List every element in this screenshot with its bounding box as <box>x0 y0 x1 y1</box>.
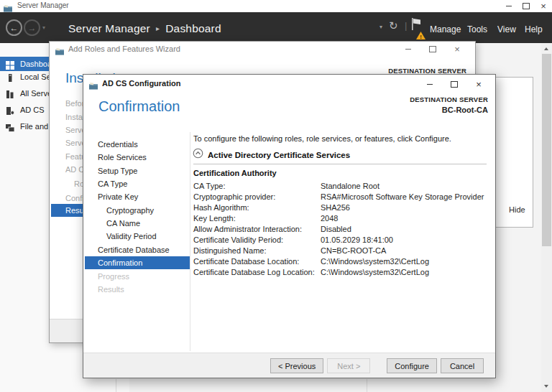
detail-value: Disabled <box>321 224 492 235</box>
intro-text: To configure the following roles, role s… <box>193 134 451 143</box>
maximize-icon[interactable] <box>442 78 466 90</box>
minimize-icon[interactable] <box>500 0 518 12</box>
vertical-scrollbar[interactable] <box>541 43 552 392</box>
scrollbar-thumb[interactable] <box>542 54 551 246</box>
hide-link[interactable]: Hide <box>509 205 525 214</box>
destination-server-label: DESTINATION SERVER <box>410 95 488 103</box>
adcs-dialog-titlebar: AD CS Configuration <box>83 75 495 92</box>
adcs-dialog-icon <box>89 80 98 93</box>
nav-setup-type[interactable]: Setup Type <box>98 164 137 177</box>
breadcrumb: Server Manager▸Dashboard <box>68 22 221 35</box>
destination-server-name: BC-Root-CA <box>410 106 488 114</box>
adcs-dialog-title: AD CS Configuration <box>102 79 180 88</box>
scroll-up-icon[interactable] <box>544 47 548 50</box>
navbar-divider <box>405 20 407 31</box>
sidebar-item-label: AD CS <box>20 106 45 114</box>
window-titlebar: Server Manager <box>0 0 552 12</box>
nav-role-services[interactable]: Role Services <box>98 151 147 164</box>
breadcrumb-current[interactable]: Dashboard <box>165 22 221 34</box>
wizard-icon <box>55 45 64 58</box>
section-divider <box>193 164 487 164</box>
minimize-icon[interactable] <box>396 44 420 55</box>
nav-credentials[interactable]: Credentials <box>98 138 138 151</box>
detail-value: 01.05.2029 18:41:00 <box>321 235 492 246</box>
adcs-config-dialog: AD CS Configuration Confirmation DESTINA… <box>83 74 496 378</box>
detail-value: Standalone Root <box>321 181 492 192</box>
group-title: Certification Authority <box>193 169 277 177</box>
server-manager-window: Server Manager Server Manager▸Dashboard … <box>0 0 552 392</box>
confirmation-details-table: CA Type: Standalone Root Cryptographic p… <box>193 181 492 278</box>
detail-label: Cryptographic provider: <box>193 192 321 202</box>
restore-icon[interactable] <box>518 0 535 12</box>
folders-icon <box>6 122 14 131</box>
refresh-caret-icon[interactable] <box>380 24 382 30</box>
detail-value: CN=BC-ROOT-CA <box>321 246 492 256</box>
menu-view[interactable]: View <box>497 24 516 34</box>
chevron-up-circle-icon[interactable] <box>193 148 203 162</box>
close-icon[interactable] <box>445 44 469 55</box>
minimize-icon[interactable] <box>418 78 442 90</box>
detail-value: RSA#Microsoft Software Key Storage Provi… <box>321 192 492 202</box>
next-button: Next > <box>327 358 370 373</box>
detail-label: Certificate Database Log Location: <box>193 267 321 278</box>
cancel-button[interactable]: Cancel <box>441 358 484 373</box>
maximize-icon[interactable] <box>420 44 445 55</box>
nav-cryptography[interactable]: Cryptography <box>106 204 154 217</box>
nav-certificate-database[interactable]: Certificate Database <box>98 243 170 256</box>
refresh-icon[interactable] <box>389 19 398 32</box>
detail-label: Allow Administrator Interaction: <box>193 224 321 235</box>
close-icon[interactable] <box>466 78 491 90</box>
detail-value: C:\Windows\system32\CertLog <box>321 267 492 278</box>
dashboard-tile-edge <box>367 379 367 392</box>
window-title: Server Manager <box>17 1 69 9</box>
nav-private-key[interactable]: Private Key <box>98 190 138 203</box>
servers-icon <box>6 89 14 98</box>
dialog-footer: < Previous Next > Configure Cancel <box>83 353 495 378</box>
menu-tools[interactable]: Tools <box>467 24 487 34</box>
breadcrumb-separator-icon: ▸ <box>156 24 160 32</box>
history-caret-icon[interactable] <box>42 24 45 31</box>
close-icon[interactable] <box>535 0 552 12</box>
destination-server-block: DESTINATION SERVER BC-Root-CA <box>410 95 488 114</box>
detail-value: 2048 <box>321 213 492 224</box>
notifications-flag-icon[interactable]: ! <box>411 18 427 38</box>
server-icon <box>6 73 14 81</box>
navbar: Server Manager▸Dashboard ! Manage Tools … <box>0 12 552 43</box>
detail-label: Certificate Validity Period: <box>193 235 321 246</box>
detail-label: Distinguished Name: <box>193 246 321 256</box>
detail-label: Certificate Database Location: <box>193 256 321 267</box>
detail-label: Key Length: <box>193 213 321 224</box>
nav-confirmation[interactable]: Confirmation <box>85 256 190 269</box>
page-title: Confirmation <box>98 98 180 115</box>
detail-label: CA Type: <box>193 181 321 192</box>
menu-manage[interactable]: Manage <box>430 24 461 34</box>
nav-validity-period[interactable]: Validity Period <box>106 230 157 243</box>
scroll-down-icon[interactable] <box>544 385 548 388</box>
certificate-icon <box>6 106 14 114</box>
configure-button[interactable]: Configure <box>387 358 437 373</box>
nav-ca-type[interactable]: CA Type <box>98 177 127 190</box>
menu-help[interactable]: Help <box>525 24 543 34</box>
roles-wizard-titlebar: Add Roles and Features Wizard <box>50 42 475 56</box>
svg-text:!: ! <box>420 34 422 40</box>
nav-ca-name[interactable]: CA Name <box>106 217 140 230</box>
dashboard-tile-edge <box>116 379 116 392</box>
forward-button <box>24 19 40 36</box>
section-title: Active Directory Certificate Services <box>208 151 350 159</box>
nav-results: Results <box>98 283 124 296</box>
previous-button[interactable]: < Previous <box>270 358 323 373</box>
roles-wizard-title: Add Roles and Features Wizard <box>68 45 180 53</box>
detail-label: Hash Algorithm: <box>193 202 321 213</box>
section-header-adcs[interactable]: Active Directory Certificate Services <box>193 148 350 162</box>
detail-value: SHA256 <box>321 202 492 213</box>
nav-separator <box>190 132 190 351</box>
nav-progress: Progress <box>98 270 129 283</box>
breadcrumb-root[interactable]: Server Manager <box>68 22 150 34</box>
back-button[interactable] <box>6 19 22 36</box>
dashboard-tiles-icon <box>6 60 14 68</box>
detail-value: C:\Windows\system32\CertLog <box>321 256 492 267</box>
